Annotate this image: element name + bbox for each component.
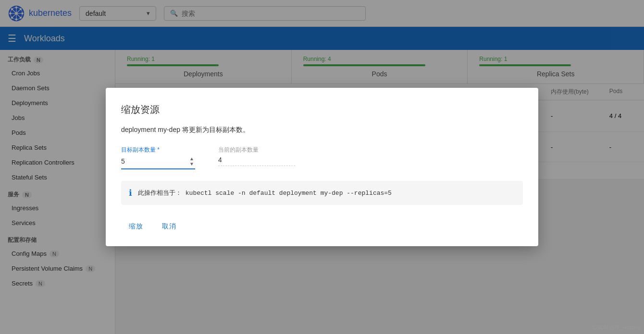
scale-button[interactable]: 缩放 — [121, 218, 150, 235]
modal-fields: 目标副本数量 * ▲ ▼ 当前的副本数量 4 — [121, 146, 523, 169]
target-label: 目标副本数量 * — [121, 146, 195, 154]
current-value: 4 — [218, 156, 295, 166]
current-replicas-group: 当前的副本数量 4 — [218, 146, 295, 169]
increment-button[interactable]: ▲ — [188, 156, 195, 161]
modal-actions: 缩放 取消 — [121, 218, 523, 235]
target-replicas-input[interactable] — [121, 157, 188, 165]
current-label: 当前的副本数量 — [218, 146, 295, 154]
modal-overlay: 缩放资源 deployment my-dep 将更新为目标副本数。 目标副本数量… — [0, 0, 644, 334]
scale-modal: 缩放资源 deployment my-dep 将更新为目标副本数。 目标副本数量… — [106, 88, 538, 246]
info-icon: ℹ — [129, 188, 132, 198]
cancel-button[interactable]: 取消 — [154, 218, 184, 235]
target-input-container: ▲ ▼ — [121, 156, 195, 169]
modal-description: deployment my-dep 将更新为目标副本数。 — [121, 126, 523, 134]
cmd-hint-box: ℹ 此操作相当于： kubectl scale -n default deplo… — [121, 181, 523, 205]
cmd-hint-prefix: 此操作相当于： kubectl scale -n default deploym… — [138, 189, 392, 197]
modal-title: 缩放资源 — [121, 103, 523, 116]
target-replicas-group: 目标副本数量 * ▲ ▼ — [121, 146, 195, 169]
watermark: CSDN @IT_Holmes — [593, 324, 640, 330]
decrement-button[interactable]: ▼ — [188, 161, 195, 167]
